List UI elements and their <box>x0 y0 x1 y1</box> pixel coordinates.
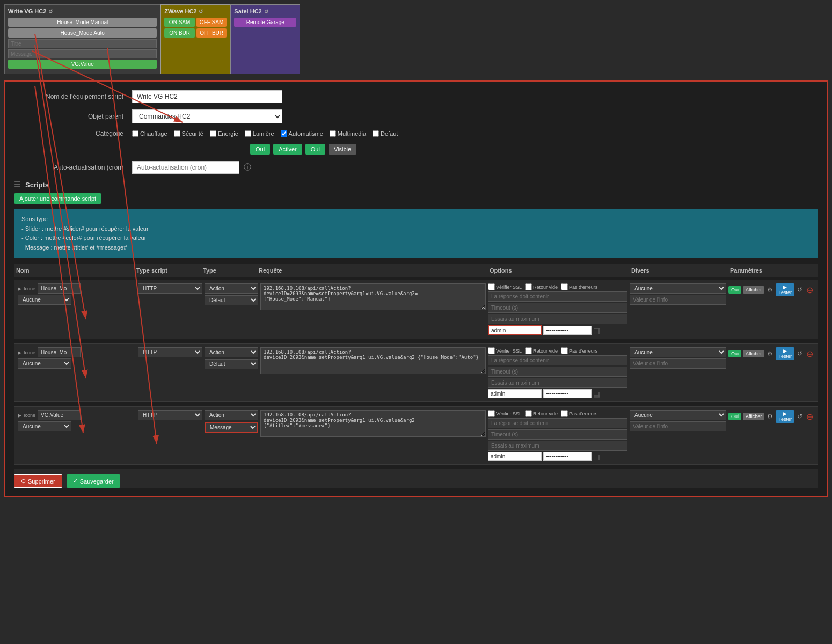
wrench-icon-2[interactable]: ⚙ <box>766 349 774 358</box>
requete-textarea-2[interactable]: 192.168.10.108/api/callAction?deviceID=2… <box>260 347 486 374</box>
timeout-input-3[interactable] <box>488 429 627 440</box>
on-sam-btn[interactable]: ON SAM <box>164 18 195 27</box>
aucune-divers-select-3[interactable]: Aucune <box>630 410 726 420</box>
aucune-select-3[interactable]: Aucune <box>18 421 71 431</box>
type-bot-select-2[interactable]: Défaut <box>205 359 258 369</box>
nom-input-3[interactable] <box>38 410 81 420</box>
retour-check-3[interactable] <box>525 410 532 417</box>
type-script-select-2[interactable]: HTTP <box>138 347 202 357</box>
tester-btn-1[interactable]: ▶ Tester <box>776 283 794 296</box>
type-bot-select-3[interactable]: Message <box>205 422 258 433</box>
ssl-check-3[interactable] <box>488 410 495 417</box>
type-bot-select-1[interactable]: Défaut <box>205 295 258 305</box>
admin-input-1[interactable] <box>488 325 542 335</box>
oui-afficher-btn-3[interactable]: Oui <box>728 413 741 420</box>
calendar-icon-2[interactable]: ▦ <box>593 390 600 398</box>
tester-btn-3[interactable]: ▶ Tester <box>776 410 794 423</box>
essais-input-2[interactable] <box>488 378 627 388</box>
calendar-icon-1[interactable]: ▦ <box>593 326 600 335</box>
aucune-select-1[interactable]: Aucune <box>18 295 71 305</box>
oui-afficher-btn-2[interactable]: Oui <box>728 350 741 357</box>
cat-multimedia-checkbox[interactable] <box>330 130 336 137</box>
timeout-input-2[interactable] <box>488 367 627 377</box>
essais-input-1[interactable] <box>488 314 627 324</box>
refresh-param-icon-1[interactable]: ↺ <box>796 285 804 295</box>
cron-help-icon[interactable]: ⓘ <box>244 163 251 172</box>
oui-afficher-btn-1[interactable]: Oui <box>728 286 741 294</box>
nom-input-2[interactable] <box>38 347 81 357</box>
minus-param-icon-2[interactable]: ⊖ <box>805 348 814 360</box>
refresh-icon-satel[interactable]: ↺ <box>264 9 268 14</box>
afficher-btn-2[interactable]: Afficher <box>743 350 764 357</box>
wrench-icon-3[interactable]: ⚙ <box>766 412 774 421</box>
timeout-input-1[interactable] <box>488 303 627 313</box>
cat-securite-checkbox[interactable] <box>174 130 180 137</box>
oui-visible-btn[interactable]: Oui <box>305 144 325 155</box>
off-bur-btn[interactable]: OFF BUR <box>196 28 227 38</box>
cat-chauffage-checkbox[interactable] <box>132 130 138 137</box>
aucune-divers-select-2[interactable]: Aucune <box>630 347 726 357</box>
cat-automatisme-checkbox[interactable] <box>281 130 287 137</box>
admin-input-2[interactable] <box>488 389 542 398</box>
titre-input[interactable] <box>8 39 157 48</box>
calendar-icon-3[interactable]: ▦ <box>593 452 600 461</box>
ssl-check-1[interactable] <box>488 283 495 290</box>
essais-input-3[interactable] <box>488 441 627 451</box>
type-select-3[interactable]: Action <box>205 410 258 420</box>
oui-btn[interactable]: Oui <box>250 144 270 155</box>
activer-btn[interactable]: Activer <box>273 144 302 155</box>
cat-lumiere-checkbox[interactable] <box>245 130 251 137</box>
visible-btn[interactable]: Visible <box>329 144 356 155</box>
ssl-check-2[interactable] <box>488 347 495 354</box>
requete-textarea-3[interactable]: 192.168.10.108/api/callAction?deviceID=2… <box>260 410 486 437</box>
type-select-1[interactable]: Action <box>205 283 258 294</box>
minus-param-icon-1[interactable]: ⊖ <box>805 284 814 296</box>
pas-err-check-2[interactable] <box>561 347 568 354</box>
house-mode-manual-btn[interactable]: House_Mode Manual <box>8 18 157 27</box>
house-mode-auto-btn[interactable]: House_Mode Auto <box>8 28 157 38</box>
remote-garage-btn[interactable]: Remote Garage <box>234 18 296 27</box>
type-script-select-3[interactable]: HTTP <box>138 410 202 420</box>
admin-input-3[interactable] <box>488 452 542 461</box>
aucune-select-2[interactable]: Aucune <box>18 358 71 369</box>
reponse-input-3[interactable] <box>488 418 627 428</box>
afficher-btn-1[interactable]: Afficher <box>743 286 764 294</box>
type-select-2[interactable]: Action <box>205 347 258 357</box>
valeur-info-input-1[interactable] <box>630 295 726 305</box>
pwd-input-3[interactable] <box>543 452 592 461</box>
equipment-name-input[interactable] <box>132 90 282 103</box>
parent-object-select[interactable]: Commandes HC2 <box>132 109 282 123</box>
valeur-info-input-2[interactable] <box>630 358 726 369</box>
pas-err-check-3[interactable] <box>561 410 568 417</box>
aucune-divers-select-1[interactable]: Aucune <box>630 283 726 294</box>
message-input[interactable] <box>8 49 157 58</box>
refresh-param-icon-2[interactable]: ↺ <box>796 349 804 358</box>
refresh-param-icon-3[interactable]: ↺ <box>796 412 804 421</box>
on-bur-btn[interactable]: ON BUR <box>164 28 195 38</box>
afficher-btn-3[interactable]: Afficher <box>743 413 764 420</box>
off-sam-btn[interactable]: OFF SAM <box>196 18 227 27</box>
cat-defaut-checkbox[interactable] <box>373 130 379 137</box>
retour-check-2[interactable] <box>525 347 532 354</box>
add-command-btn[interactable]: Ajouter une commande script <box>14 193 101 204</box>
minus-param-icon-3[interactable]: ⊖ <box>805 411 814 423</box>
type-script-select-1[interactable]: HTTP <box>138 283 202 294</box>
requete-textarea-1[interactable]: 192.168.10.108/api/callAction?deviceID=2… <box>260 283 486 310</box>
vg-value-btn[interactable]: VG:Value <box>8 60 157 69</box>
wrench-icon-1[interactable]: ⚙ <box>766 285 774 295</box>
reponse-input-2[interactable] <box>488 355 627 365</box>
retour-check-1[interactable] <box>525 283 532 290</box>
cron-input[interactable] <box>132 161 239 174</box>
refresh-icon-write-vg[interactable]: ↺ <box>48 9 53 14</box>
pas-err-check-1[interactable] <box>561 283 568 290</box>
supprimer-btn[interactable]: ⊖ Supprimer <box>14 474 62 488</box>
tester-btn-2[interactable]: ▶ Tester <box>776 347 794 360</box>
pwd-input-1[interactable] <box>543 326 592 335</box>
valeur-info-input-3[interactable] <box>630 421 726 431</box>
refresh-icon-zwave[interactable]: ↺ <box>199 9 203 14</box>
nom-input-1[interactable] <box>38 283 81 294</box>
sauvegarder-btn[interactable]: ✓ Sauvegarder <box>67 474 120 488</box>
pwd-input-2[interactable] <box>543 389 592 398</box>
cat-energie-checkbox[interactable] <box>210 130 216 137</box>
reponse-input-1[interactable] <box>488 291 627 302</box>
